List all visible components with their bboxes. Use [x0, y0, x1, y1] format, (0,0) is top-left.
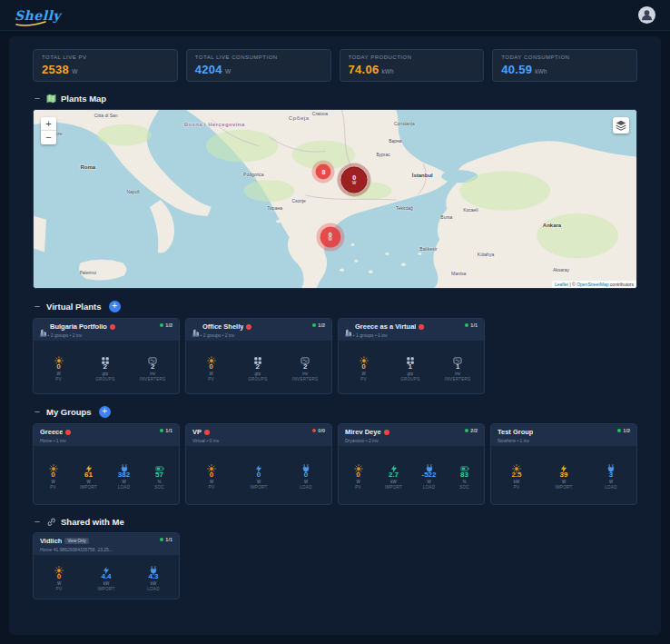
plants-map-title: Plants Map	[61, 94, 106, 104]
shared-section: − Shared with Me VidlichView OnlyHome 41…	[33, 517, 637, 599]
card-stat-unit: grp	[103, 372, 109, 376]
map-marker[interactable]: 8	[316, 164, 331, 180]
card-stat-label: SOC	[459, 485, 469, 490]
card-stat: 0WPV	[200, 461, 223, 490]
card-stats: 0WPV2.7kWIMPORT-522WLOAD83%SOC	[339, 446, 484, 504]
my-groups-header: − My Groups +	[33, 406, 637, 418]
attribution-separator: | ©	[568, 282, 576, 287]
card-stat-unit: %	[157, 480, 161, 484]
summary-stat-label: TOTAL LIVE CONSUMPTION	[195, 54, 322, 60]
zoom-in-button[interactable]: +	[41, 117, 56, 131]
card-stat: 4.4kWIMPORT	[94, 562, 118, 591]
status-dot	[160, 429, 163, 432]
alert-badge	[65, 430, 71, 435]
group-card[interactable]: Mirev DeyeDryanovo • 2 inv2/20WPV2.7kWIM…	[338, 423, 485, 505]
group-card[interactable]: Test GroupNowhere • 1 inv1/22.5kWPV39WIM…	[490, 423, 637, 505]
card-title: Greece	[40, 428, 63, 436]
inverter-icon	[148, 352, 157, 362]
add-group-button[interactable]: +	[99, 406, 111, 418]
sun-icon	[512, 461, 521, 470]
card-title: Bulgaria Portfolio	[50, 322, 107, 331]
map-layers-button[interactable]	[613, 117, 629, 134]
status-dot	[312, 429, 316, 432]
card-stat-label: IMPORT	[250, 485, 267, 490]
card-stat-unit: W	[56, 372, 60, 376]
card-title: VP	[192, 428, 202, 436]
collapse-plants-map-button[interactable]: −	[33, 94, 42, 104]
card-stat-unit: inv	[302, 372, 308, 376]
card-subtitle: BG • 2 groups • 2 inv	[40, 332, 115, 338]
app-logo[interactable]: Shelly	[15, 7, 61, 24]
card-stat-unit: W	[122, 480, 125, 484]
bolt-icon	[254, 461, 263, 470]
card-stats: 0WPV2grpGROUPS2invINVERTERS	[34, 341, 179, 393]
plug-icon	[149, 562, 158, 571]
summary-stat-value: 4204	[195, 63, 222, 76]
plants-map[interactable]: Città di SanFirenzeRomaNapoliPalermoBosn…	[33, 109, 637, 289]
virtual-plants-row: Bulgaria PortfolioBG • 2 groups • 2 inv1…	[33, 318, 637, 394]
my-groups-row: GreeceHome • 1 inv1/10WPV61WIMPORT382WLO…	[33, 423, 637, 505]
summary-stats-row: TOTAL LIVE PV2538WTOTAL LIVE CONSUMPTION…	[33, 49, 637, 82]
user-avatar-button[interactable]	[638, 6, 655, 24]
summary-stat-label: TODAY PRODUCTION	[349, 54, 476, 60]
card-stat-unit: kW	[390, 480, 397, 484]
group-card[interactable]: VPVirtual • 0 inv0/00WPV0WIMPORT0WLOAD	[185, 423, 332, 505]
card-stat-unit: kW	[103, 581, 110, 586]
card-stat-unit: W	[609, 480, 613, 484]
card-stat-unit: %	[462, 480, 466, 484]
virtual-plant-card[interactable]: Bulgaria PortfolioBG • 2 groups • 2 inv1…	[33, 318, 180, 394]
virtual-plant-card[interactable]: Greece as a VirtualGR • 1 groups • 1 inv…	[338, 318, 485, 394]
card-subtitle: GR • 1 groups • 1 inv	[345, 332, 424, 338]
card-stat-unit: W	[209, 372, 212, 376]
shared-plant-card[interactable]: VidlichView OnlyHome 41.98629384335758, …	[33, 532, 180, 599]
main-content: TOTAL LIVE PV2538WTOTAL LIVE CONSUMPTION…	[9, 36, 661, 635]
add-virtual-plant-button[interactable]: +	[109, 301, 121, 312]
shared-row: VidlichView OnlyHome 41.98629384335758, …	[33, 532, 637, 599]
my-groups-section: − My Groups + GreeceHome • 1 inv1/10WPV6…	[33, 406, 637, 505]
card-subtitle: Virtual • 0 inv	[192, 438, 219, 443]
map-marker[interactable]: 0W	[320, 226, 340, 247]
status-indicator: 1/1	[160, 428, 172, 433]
card-stat-label: INVERTERS	[140, 377, 165, 381]
sun-icon	[54, 562, 64, 571]
card-stat-unit: W	[86, 480, 90, 484]
alert-badge	[419, 324, 424, 330]
bolt-icon	[559, 461, 568, 470]
map-icon	[46, 94, 56, 104]
status-indicator: 0/0	[312, 428, 325, 433]
card-stat-label: INVERTERS	[292, 377, 318, 381]
group-card[interactable]: GreeceHome • 1 inv1/10WPV61WIMPORT382WLO…	[33, 423, 180, 505]
card-stat-label: PV	[514, 485, 520, 490]
summary-stat-label: TOTAL LIVE PV	[42, 54, 169, 60]
collapse-virtual-plants-button[interactable]: −	[33, 302, 42, 312]
card-stat: 0WPV	[47, 352, 71, 381]
summary-stat-unit: W	[225, 68, 231, 74]
card-stat-unit: W	[257, 480, 261, 484]
card-stat: 0WIMPORT	[247, 461, 271, 490]
card-stat: 1grpGROUPS	[399, 352, 422, 381]
building-icon	[40, 323, 47, 331]
map-attribution: Leaflet | © OpenStreetMap contributors	[552, 281, 636, 288]
plug-icon	[606, 461, 616, 470]
virtual-plant-card[interactable]: Office ShellyBG • 2 groups • 2 inv1/20WP…	[185, 318, 332, 394]
card-stat-label: LOAD	[300, 485, 311, 490]
card-title: Mirev Deye	[345, 428, 381, 436]
collapse-my-groups-button[interactable]: −	[33, 407, 42, 417]
card-stat-unit: kW	[514, 480, 520, 484]
status-count: 2/2	[470, 428, 478, 433]
card-stat-label: LOAD	[423, 485, 435, 490]
map-marker[interactable]: 0W	[341, 167, 368, 193]
osm-link[interactable]: OpenStreetMap	[576, 282, 608, 287]
card-stat: -522WLOAD	[418, 461, 441, 490]
bolt-icon	[389, 461, 399, 470]
card-stat-label: PV	[355, 485, 361, 490]
virtual-plants-header: − Virtual Plants +	[33, 301, 637, 312]
summary-stat-value: 2538	[42, 63, 69, 76]
leaflet-link[interactable]: Leaflet	[555, 282, 568, 287]
plug-icon	[120, 461, 129, 470]
groups-icon	[253, 352, 262, 362]
collapse-shared-button[interactable]: −	[33, 517, 42, 527]
battery-icon	[460, 461, 469, 470]
zoom-out-button[interactable]: −	[41, 131, 56, 144]
status-count: 1/1	[165, 537, 172, 542]
